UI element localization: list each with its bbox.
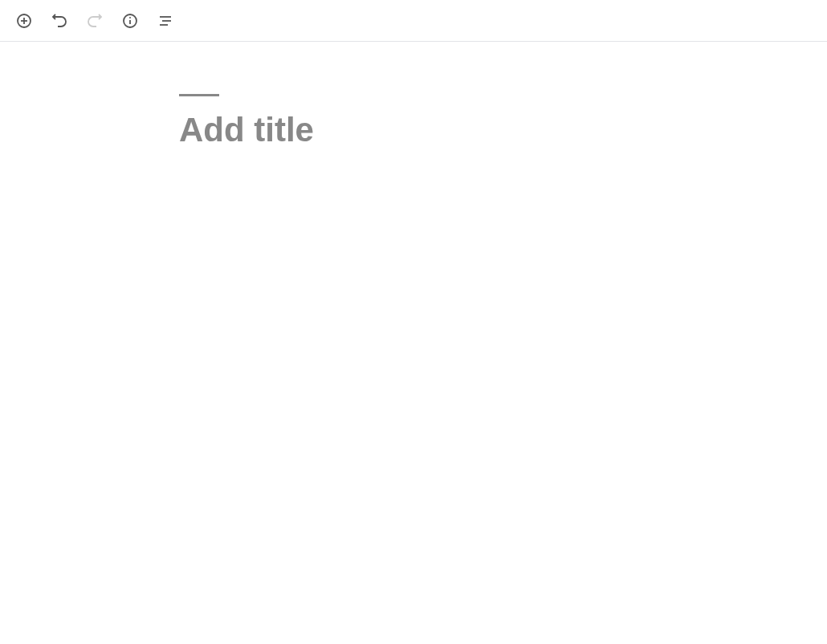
add-block-button[interactable] [14,11,34,31]
top-toolbar [0,0,827,42]
editor-area: Formatting HTML Custom HTML Code [0,42,827,149]
info-button[interactable] [120,11,140,31]
outline-button[interactable] [156,11,175,31]
title-decoration [179,94,219,96]
undo-button[interactable] [50,11,69,31]
svg-point-4 [129,17,131,18]
title-input[interactable] [179,111,581,149]
redo-button[interactable] [85,11,104,31]
